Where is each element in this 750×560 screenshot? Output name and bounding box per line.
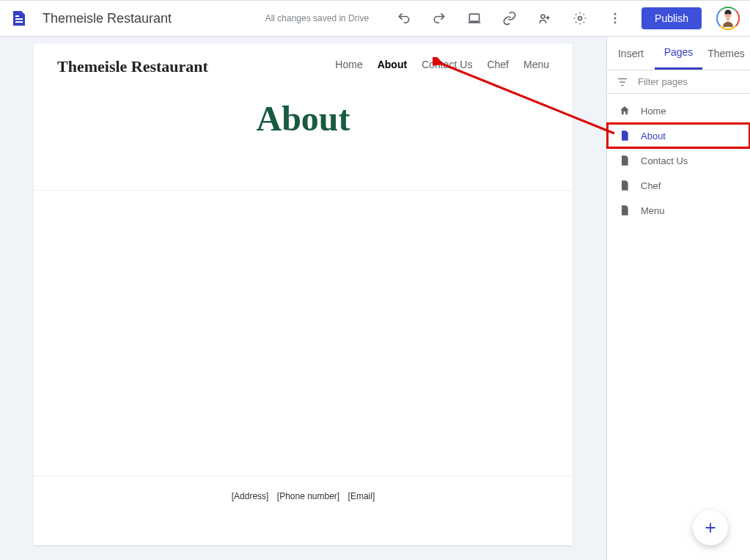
sidebar-tabs: Insert Pages Themes [607, 37, 750, 70]
tab-insert[interactable]: Insert [607, 37, 655, 70]
svg-point-5 [578, 17, 582, 21]
preview-icon[interactable] [460, 4, 489, 33]
page-item-label: About [641, 130, 666, 141]
footer-phone[interactable]: [Phone number] [277, 491, 339, 501]
svg-rect-0 [15, 18, 23, 20]
tab-themes[interactable]: Themes [702, 37, 750, 70]
nav-menu[interactable]: Menu [523, 59, 549, 70]
svg-rect-10 [727, 18, 730, 21]
more-icon[interactable] [600, 4, 630, 33]
svg-point-6 [614, 13, 617, 15]
footer-email[interactable]: [Email] [348, 491, 375, 501]
hero-section[interactable]: About [34, 76, 573, 191]
page-icon [619, 155, 630, 166]
canvas-wrap: Themeisle Restaurant Home About Contact … [0, 37, 606, 560]
settings-icon[interactable] [565, 4, 595, 33]
page-item-label: Chef [641, 180, 661, 191]
filter-row[interactable]: Filter pages [607, 70, 750, 94]
page-item-label: Contact Us [641, 155, 688, 166]
saved-status: All changes saved in Drive [265, 13, 369, 23]
svg-point-7 [614, 18, 617, 20]
page-icon [619, 130, 630, 141]
home-icon [619, 105, 630, 117]
hero-title[interactable]: About [34, 98, 573, 139]
body-section[interactable] [34, 191, 573, 476]
nav-chef[interactable]: Chef [487, 59, 509, 70]
page-header: Themeisle Restaurant Home About Contact … [34, 44, 573, 76]
sites-logo[interactable] [10, 10, 28, 27]
site-canvas[interactable]: Themeisle Restaurant Home About Contact … [34, 44, 573, 545]
page-brand[interactable]: Themeisle Restaurant [57, 57, 208, 76]
svg-rect-3 [469, 14, 479, 21]
pages-list: Home About Contact Us Chef Menu [607, 94, 750, 227]
footer-address[interactable]: [Address] [232, 491, 269, 501]
page-item-about[interactable]: About [607, 123, 750, 148]
filter-placeholder: Filter pages [638, 76, 688, 87]
account-avatar[interactable] [716, 7, 740, 30]
page-item-label: Menu [641, 205, 665, 216]
svg-point-4 [541, 15, 545, 18]
page-item-home[interactable]: Home [607, 98, 750, 123]
nav-contact[interactable]: Contact Us [422, 59, 472, 70]
top-toolbar: Themeisle Restaurant All changes saved i… [0, 0, 750, 37]
main-area: Themeisle Restaurant Home About Contact … [0, 37, 750, 560]
svg-point-8 [614, 21, 617, 23]
page-item-menu[interactable]: Menu [607, 198, 750, 223]
page-item-contact[interactable]: Contact Us [607, 148, 750, 173]
svg-rect-1 [15, 21, 23, 23]
link-icon[interactable] [495, 4, 524, 33]
undo-icon[interactable] [389, 4, 419, 33]
share-icon[interactable] [530, 4, 559, 33]
page-icon [619, 205, 630, 216]
nav-about[interactable]: About [378, 59, 407, 70]
page-item-chef[interactable]: Chef [607, 173, 750, 198]
add-page-fab[interactable] [693, 510, 728, 545]
redo-icon[interactable] [424, 4, 454, 33]
filter-icon [616, 75, 629, 89]
site-title[interactable]: Themeisle Restaurant [43, 11, 172, 26]
page-icon [619, 180, 630, 191]
page-nav: Home About Contact Us Chef Menu [335, 59, 549, 70]
publish-button[interactable]: Publish [641, 7, 702, 29]
nav-home[interactable]: Home [335, 59, 362, 70]
tab-pages[interactable]: Pages [655, 37, 702, 70]
svg-rect-2 [15, 15, 19, 17]
page-item-label: Home [641, 106, 666, 117]
footer-section[interactable]: [Address] [Phone number] [Email] [34, 476, 573, 545]
right-sidebar: Insert Pages Themes Filter pages Home Ab… [606, 37, 750, 560]
